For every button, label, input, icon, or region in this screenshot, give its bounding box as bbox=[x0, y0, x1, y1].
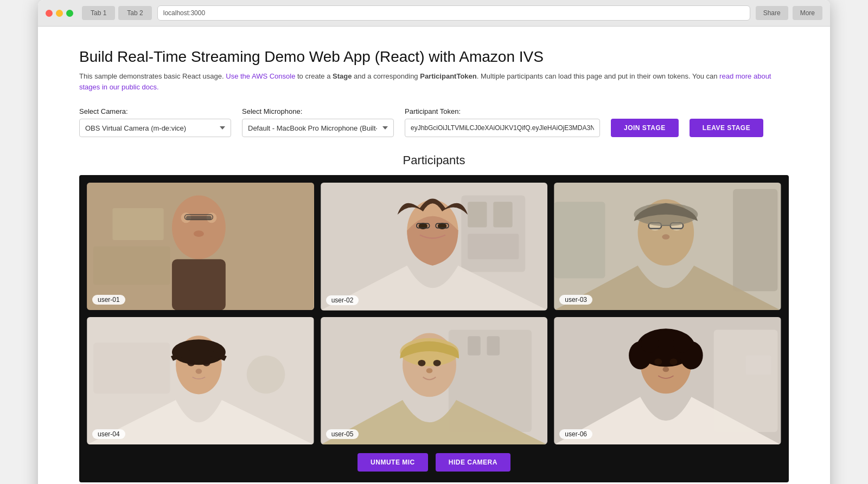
description-middle1: to create a bbox=[295, 72, 333, 80]
bottom-controls: UNMUTE MIC HIDE CAMERA bbox=[87, 453, 781, 475]
browser-tab-1[interactable]: Tab 1 bbox=[82, 6, 115, 20]
svg-rect-13 bbox=[468, 202, 487, 227]
participants-grid-container: user-01 bbox=[79, 175, 789, 482]
token-input[interactable] bbox=[405, 119, 600, 137]
traffic-light-red[interactable] bbox=[46, 10, 53, 17]
svg-point-46 bbox=[418, 359, 425, 366]
stage-strong: Stage bbox=[333, 72, 352, 80]
svg-rect-60 bbox=[746, 355, 771, 374]
svg-rect-43 bbox=[487, 336, 500, 355]
camera-control-group: Select Camera: OBS Virtual Camera (m-de:… bbox=[79, 107, 231, 137]
page-description: This sample demonstrates basic React usa… bbox=[79, 71, 789, 92]
participants-section: Participants bbox=[79, 153, 789, 482]
description-prefix: This sample demonstrates basic React usa… bbox=[79, 72, 226, 80]
svg-rect-6 bbox=[186, 216, 212, 220]
svg-point-55 bbox=[641, 334, 659, 352]
participant-tile-4: user-04 bbox=[87, 317, 314, 444]
token-group: Participant Token: bbox=[405, 107, 600, 137]
page-title: Build Real-Time Streaming Demo Web App (… bbox=[79, 48, 789, 66]
svg-point-58 bbox=[670, 358, 678, 365]
svg-rect-22 bbox=[733, 189, 777, 291]
controls-row: Select Camera: OBS Virtual Camera (m-de:… bbox=[79, 107, 789, 137]
camera-select[interactable]: OBS Virtual Camera (m-de:vice) bbox=[79, 119, 231, 137]
description-middle2: and a corresponding bbox=[352, 72, 420, 80]
join-stage-button[interactable]: JOIN STAGE bbox=[611, 119, 679, 137]
participant-tile-5: user-05 bbox=[321, 317, 548, 445]
svg-point-8 bbox=[194, 230, 204, 237]
svg-point-39 bbox=[195, 369, 202, 373]
svg-point-37 bbox=[187, 359, 195, 366]
svg-point-56 bbox=[673, 334, 691, 352]
svg-rect-42 bbox=[468, 336, 481, 355]
svg-point-57 bbox=[655, 358, 662, 365]
browser-more-button[interactable]: More bbox=[793, 6, 822, 20]
participant-label-1: user-01 bbox=[92, 295, 125, 305]
page-content: Build Real-Time Streaming Demo Web App (… bbox=[38, 27, 830, 484]
participant-tile-3: user-03 bbox=[554, 183, 781, 310]
svg-rect-33 bbox=[247, 355, 285, 393]
svg-point-59 bbox=[663, 366, 669, 371]
camera-label: Select Camera: bbox=[79, 107, 231, 115]
svg-point-48 bbox=[426, 368, 432, 373]
aws-console-link[interactable]: Use the AWS Console bbox=[226, 72, 295, 80]
participants-title: Participants bbox=[79, 153, 789, 167]
participant-label-4: user-04 bbox=[92, 429, 125, 439]
leave-stage-button[interactable]: LEAVE STAGE bbox=[690, 119, 763, 137]
participant-tile-2: user-02 bbox=[321, 183, 548, 311]
browser-tab-2[interactable]: Tab 2 bbox=[118, 6, 151, 20]
participant-label-3: user-03 bbox=[559, 295, 592, 305]
traffic-light-yellow[interactable] bbox=[56, 10, 63, 17]
svg-rect-1 bbox=[112, 208, 163, 240]
unmute-mic-button[interactable]: UNMUTE MIC bbox=[358, 453, 428, 472]
svg-point-3 bbox=[172, 196, 226, 260]
participant-tile-6: user-06 bbox=[554, 317, 781, 444]
browser-chrome: Tab 1 Tab 2 localhost:3000 Share More bbox=[38, 0, 830, 27]
svg-rect-34 bbox=[93, 343, 170, 393]
participant-tile-1: user-01 bbox=[87, 183, 314, 310]
participants-grid: user-01 bbox=[87, 183, 781, 444]
token-strong: ParticipantToken bbox=[420, 72, 477, 80]
svg-rect-23 bbox=[554, 202, 605, 278]
svg-point-38 bbox=[202, 359, 210, 366]
traffic-light-green[interactable] bbox=[66, 10, 73, 17]
svg-rect-2 bbox=[93, 247, 170, 285]
svg-rect-14 bbox=[493, 202, 512, 227]
svg-point-30 bbox=[662, 234, 670, 239]
participant-label-5: user-05 bbox=[326, 429, 359, 439]
microphone-label: Select Microphone: bbox=[242, 107, 394, 115]
browser-actions: Share More bbox=[756, 6, 822, 20]
token-label: Participant Token: bbox=[405, 107, 600, 115]
browser-address-bar[interactable]: localhost:3000 bbox=[157, 5, 750, 21]
browser-window: Tab 1 Tab 2 localhost:3000 Share More Bu… bbox=[38, 0, 830, 484]
participant-label-6: user-06 bbox=[559, 429, 592, 439]
hide-camera-button[interactable]: HIDE CAMERA bbox=[436, 453, 510, 472]
browser-tabs: Tab 1 Tab 2 bbox=[82, 6, 152, 20]
microphone-select[interactable]: Default - MacBook Pro Microphone (Built-… bbox=[242, 119, 394, 137]
svg-rect-9 bbox=[172, 259, 226, 310]
svg-rect-15 bbox=[468, 234, 519, 259]
svg-point-47 bbox=[433, 359, 441, 366]
traffic-lights bbox=[46, 10, 73, 17]
description-middle3: . Multiple participants can load this pa… bbox=[477, 72, 719, 80]
microphone-control-group: Select Microphone: Default - MacBook Pro… bbox=[242, 107, 394, 137]
browser-share-button[interactable]: Share bbox=[756, 6, 788, 20]
participant-label-2: user-02 bbox=[326, 295, 359, 305]
